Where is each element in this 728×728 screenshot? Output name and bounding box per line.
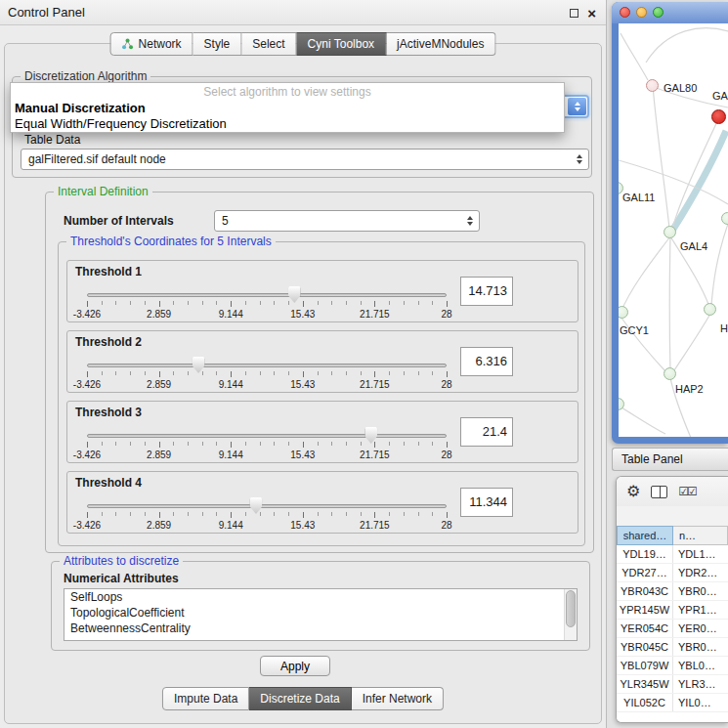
table-row[interactable]: YBR043CYBR0…	[617, 582, 728, 601]
table-row[interactable]: YPR145WYPR1…	[617, 601, 728, 620]
tab-impute-data[interactable]: Impute Data	[162, 687, 249, 710]
cell[interactable]: YBR0…	[673, 638, 728, 656]
cell[interactable]: YPR1…	[673, 601, 728, 619]
scale-tick-label: 15.43	[290, 450, 315, 460]
threshold-3-slider[interactable]: -3.426 2.859 9.144 15.43 21.715 28	[87, 425, 447, 462]
slider-track[interactable]	[87, 364, 447, 367]
table-data-label: Table Data	[24, 133, 80, 147]
tab-label: Style	[204, 37, 231, 51]
column-header-shared-name[interactable]: shared…	[617, 526, 673, 545]
table-data-combobox[interactable]: galFiltered.sif default node	[21, 149, 589, 170]
float-window-icon[interactable]	[570, 9, 578, 18]
cell[interactable]: YDR2…	[673, 564, 728, 581]
numerical-attributes-list: SelfLoops TopologicalCoefficient Between…	[64, 588, 578, 641]
threshold-3-value-field[interactable]: 21.4	[460, 417, 513, 447]
table-row[interactable]: YER054CYER0…	[617, 620, 728, 638]
scrollbar-thumb[interactable]	[566, 590, 576, 627]
threshold-2-panel: Threshold 2 -3.426 2.859 9.144 15.43 21.…	[66, 330, 578, 393]
cell[interactable]: YDL1…	[673, 545, 728, 563]
scale-tick-label: -3.426	[73, 450, 101, 460]
list-item[interactable]: BetweennessCentrality	[64, 621, 577, 636]
table-row[interactable]: YDL19…YDL1…	[617, 545, 728, 564]
list-item[interactable]: SelfLoops	[64, 589, 577, 605]
threshold-2-value-field[interactable]: 6.316	[460, 347, 513, 376]
tab-jactivemnodules[interactable]: jActiveMNodules	[386, 32, 495, 56]
interval-definition-group: Interval Definition Number of Intervals …	[45, 192, 594, 553]
network-node[interactable]	[664, 367, 676, 380]
list-scrollbar[interactable]	[564, 589, 577, 640]
cell[interactable]: YER054C	[617, 620, 673, 637]
cell[interactable]: YDR27…	[617, 564, 673, 581]
slider-track[interactable]	[87, 293, 447, 297]
cell[interactable]: YIL0…	[673, 694, 728, 711]
scale-tick-label: -3.426	[73, 309, 101, 320]
node-label: HAP2	[675, 383, 704, 395]
gear-icon[interactable]: ⚙	[626, 484, 640, 499]
cell[interactable]: YBL0…	[673, 657, 728, 674]
columns-icon[interactable]	[651, 486, 667, 498]
threshold-4-value-field[interactable]: 11.344	[460, 488, 513, 517]
cell[interactable]: YBR043C	[617, 582, 673, 600]
table-row[interactable]: YBL079WYBL0…	[617, 657, 728, 675]
scale-tick-label: 28	[441, 450, 451, 460]
threshold-2-slider[interactable]: -3.426 2.859 9.144 15.43 21.715 28	[87, 355, 447, 392]
tab-cyni-toolbox[interactable]: Cyni Toolbox	[297, 32, 386, 56]
cell[interactable]: YER0…	[673, 620, 728, 637]
table-row[interactable]: YIL052CYIL0…	[617, 694, 728, 712]
cell[interactable]: YPR145W	[617, 601, 673, 619]
tab-style[interactable]: Style	[193, 32, 242, 56]
thresholds-group: Threshold's Coordinates for 5 Intervals …	[58, 241, 585, 546]
cell[interactable]: YLR3…	[673, 675, 728, 693]
node-label: GAL4	[680, 240, 707, 252]
cell[interactable]: YBR045C	[617, 638, 673, 656]
table-row[interactable]: YLR345WYLR3…	[617, 675, 728, 694]
dropdown-option-manual-discretization[interactable]: Manual Discretization	[11, 101, 564, 116]
zoom-traffic-light-icon[interactable]	[653, 7, 664, 18]
network-node[interactable]	[664, 226, 676, 238]
close-icon[interactable]: ×	[587, 6, 596, 21]
node-label: GCY1	[620, 324, 649, 336]
window-title: Control Panel	[8, 0, 85, 24]
column-header-name[interactable]: n…	[673, 526, 728, 545]
dropdown-option-equal-width-frequency[interactable]: Equal Width/Frequency Discretization	[11, 116, 564, 132]
table-header-row: shared… n…	[617, 526, 728, 545]
network-node-selected[interactable]	[711, 109, 726, 124]
combobox-arrows-icon	[467, 216, 473, 226]
cell[interactable]: YBL079W	[617, 657, 673, 674]
tab-infer-network[interactable]: Infer Network	[352, 687, 444, 710]
slider-track[interactable]	[87, 504, 447, 508]
list-item[interactable]: TopologicalCoefficient	[64, 605, 577, 621]
minimize-traffic-light-icon[interactable]	[636, 7, 647, 18]
network-window-titlebar[interactable]	[612, 2, 728, 23]
network-canvas[interactable]: GAL80 GA GAL11 GAL4 GCY1 H HAP2	[619, 23, 728, 437]
threshold-4-slider[interactable]: -3.426 2.859 9.144 15.43 21.715 28	[87, 495, 447, 533]
tab-select[interactable]: Select	[241, 32, 296, 56]
network-node[interactable]	[646, 79, 659, 92]
select-columns-checkboxes-icon[interactable]: ☑☑	[678, 485, 696, 498]
scale-tick-label: 2.859	[147, 520, 171, 531]
tab-discretize-data[interactable]: Discretize Data	[249, 687, 351, 710]
group-title: Discretization Algorithm	[21, 69, 150, 83]
cell[interactable]: YLR345W	[617, 675, 673, 693]
table-row[interactable]: YDR27…YDR2…	[617, 564, 728, 582]
cell[interactable]: YDL19…	[617, 545, 673, 563]
threshold-1-slider[interactable]: -3.426 2.859 9.144 15.43 21.715 28	[87, 284, 447, 321]
slider-track[interactable]	[87, 434, 447, 438]
tab-network[interactable]: Network	[110, 32, 193, 56]
scale-tick-label: -3.426	[73, 520, 101, 531]
node-label: GAL80	[664, 82, 697, 94]
number-of-intervals-combobox[interactable]: 5	[214, 210, 480, 232]
combobox-arrows-icon	[577, 154, 582, 164]
network-node[interactable]	[721, 212, 728, 225]
attributes-to-discretize-group: Attributes to discretize Numerical Attri…	[51, 561, 590, 651]
apply-button[interactable]: Apply	[260, 656, 330, 676]
tab-label: Impute Data	[174, 692, 237, 706]
cell[interactable]: YIL052C	[617, 694, 673, 711]
cell[interactable]: YBR0…	[673, 582, 728, 600]
slider-scale: -3.426 2.859 9.144 15.43 21.715 28	[87, 379, 447, 391]
close-traffic-light-icon[interactable]	[620, 7, 630, 18]
network-node[interactable]	[704, 303, 716, 316]
threshold-1-value-field[interactable]: 14.713	[460, 277, 513, 306]
table-row[interactable]: YBR045CYBR0…	[617, 638, 728, 657]
scale-tick-label: 2.859	[147, 309, 171, 320]
